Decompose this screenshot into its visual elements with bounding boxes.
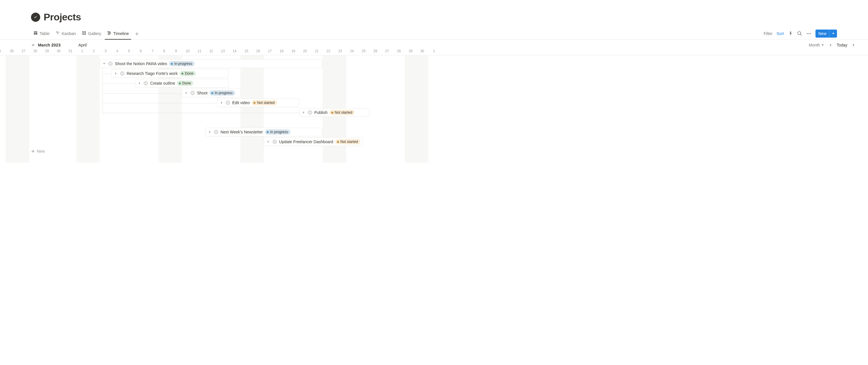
checkmark-icon[interactable] — [190, 91, 195, 95]
tab-timeline[interactable]: Timeline — [105, 29, 131, 40]
expand-icon[interactable] — [184, 91, 188, 95]
tree-connector — [104, 74, 112, 74]
tree-connector — [104, 113, 299, 113]
status-badge: Done — [180, 71, 196, 76]
add-task-button[interactable]: New — [31, 149, 45, 154]
status-badge: In progress — [265, 129, 290, 135]
tab-label: Kanban — [62, 31, 76, 36]
timeline-body[interactable]: Shoot the Notion PARA videoIn progressRe… — [0, 55, 868, 163]
task-bar[interactable]: ShootIn progress — [182, 89, 240, 97]
timeline-scale-selector[interactable]: Month — [809, 43, 824, 47]
status-badge: Not started — [330, 110, 354, 115]
task-bar[interactable]: Next Week's NewsletterIn progress — [205, 128, 322, 136]
task-title: Shoot — [197, 91, 208, 95]
filter-button[interactable]: Filter — [764, 31, 772, 36]
collapse-icon[interactable] — [102, 62, 106, 66]
expand-icon[interactable] — [267, 140, 270, 144]
task-bar[interactable]: Edit videoNot started — [217, 98, 299, 107]
task-bar[interactable]: Update Freelancer DashboardNot started — [264, 137, 363, 146]
weekend-shade — [405, 55, 428, 163]
timeline-today-button[interactable]: Today — [837, 43, 847, 47]
day-label: 1 — [81, 49, 83, 53]
tab-gallery[interactable]: Gallery — [80, 29, 104, 40]
new-button-label: New — [815, 31, 829, 36]
status-badge: In progress — [169, 61, 195, 66]
tab-kanban[interactable]: Kanban — [53, 29, 79, 40]
status-dot-icon — [253, 102, 255, 104]
status-label: Not started — [257, 101, 274, 105]
day-label: 5 — [0, 49, 1, 53]
status-badge: Not started — [335, 139, 360, 144]
new-button-dropdown[interactable] — [829, 30, 837, 38]
day-label: 12 — [209, 49, 213, 53]
tab-table[interactable]: Table — [31, 29, 52, 40]
timeline-day-header: 5262728293031123456789101112131415161718… — [0, 49, 868, 55]
tab-label: Gallery — [88, 31, 101, 36]
expand-icon[interactable] — [208, 130, 212, 134]
day-label: 2 — [93, 49, 95, 53]
task-bar[interactable]: PublishNot started — [299, 108, 369, 117]
gallery-icon — [82, 31, 86, 36]
expand-sidebar-icon[interactable] — [31, 43, 36, 47]
checkmark-icon[interactable] — [108, 61, 113, 66]
day-label: 14 — [233, 49, 237, 53]
checkmark-icon[interactable] — [226, 100, 230, 105]
expand-icon[interactable] — [302, 110, 306, 114]
day-label: 20 — [303, 49, 307, 53]
task-bar[interactable]: Create outlineDone — [135, 79, 229, 88]
expand-icon[interactable] — [220, 101, 224, 105]
day-label: 15 — [244, 49, 248, 53]
checkmark-icon[interactable] — [144, 81, 148, 86]
task-title: Research Tiago Forte's work — [127, 71, 178, 76]
weekend-shade — [241, 55, 264, 163]
weekend-shade — [6, 55, 29, 163]
timeline-month-primary: March 2023 — [38, 43, 61, 47]
day-label: 4 — [116, 49, 118, 53]
checkmark-icon[interactable] — [272, 139, 277, 144]
add-task-label: New — [37, 149, 45, 154]
status-label: Not started — [340, 140, 358, 144]
timeline-next-button[interactable] — [851, 43, 857, 47]
task-title: Create outline — [150, 81, 175, 86]
day-label: 30 — [57, 49, 61, 53]
day-label: 29 — [45, 49, 49, 53]
status-dot-icon — [171, 63, 173, 65]
status-dot-icon — [331, 112, 333, 113]
day-label: 27 — [385, 49, 389, 53]
day-label: 30 — [420, 49, 424, 53]
day-label: 17 — [268, 49, 272, 53]
checkmark-icon[interactable] — [308, 110, 312, 115]
tree-connector — [102, 68, 103, 111]
task-bar[interactable]: Research Tiago Forte's workDone — [112, 69, 229, 78]
expand-icon[interactable] — [114, 71, 118, 75]
status-badge: In progress — [210, 90, 235, 96]
status-dot-icon — [211, 92, 213, 94]
day-label: 23 — [338, 49, 342, 53]
svg-point-0 — [807, 33, 808, 34]
day-label: 26 — [373, 49, 377, 53]
status-badge: Not started — [252, 100, 277, 105]
more-icon[interactable] — [806, 31, 811, 36]
timeline-icon — [107, 31, 112, 36]
automations-icon[interactable] — [788, 31, 793, 36]
add-view-button[interactable] — [133, 30, 141, 37]
checkmark-icon[interactable] — [214, 130, 218, 134]
checkmark-icon[interactable] — [120, 71, 125, 76]
day-label: 26 — [10, 49, 13, 53]
expand-icon[interactable] — [137, 81, 142, 85]
day-label: 13 — [221, 49, 225, 53]
new-button[interactable]: New — [815, 30, 837, 38]
tree-connector — [104, 93, 182, 94]
timeline-prev-button[interactable] — [828, 43, 833, 47]
tab-label: Table — [40, 31, 50, 36]
status-dot-icon — [267, 131, 269, 133]
search-icon[interactable] — [797, 31, 802, 36]
day-label: 1 — [433, 49, 435, 53]
status-label: In progress — [270, 130, 288, 134]
day-label: 31 — [69, 49, 72, 53]
status-label: Done — [182, 81, 191, 85]
status-dot-icon — [179, 82, 181, 85]
task-bar[interactable]: Shoot the Notion PARA videoIn progress — [100, 59, 322, 68]
day-label: 18 — [280, 49, 283, 53]
sort-button[interactable]: Sort — [776, 31, 784, 36]
